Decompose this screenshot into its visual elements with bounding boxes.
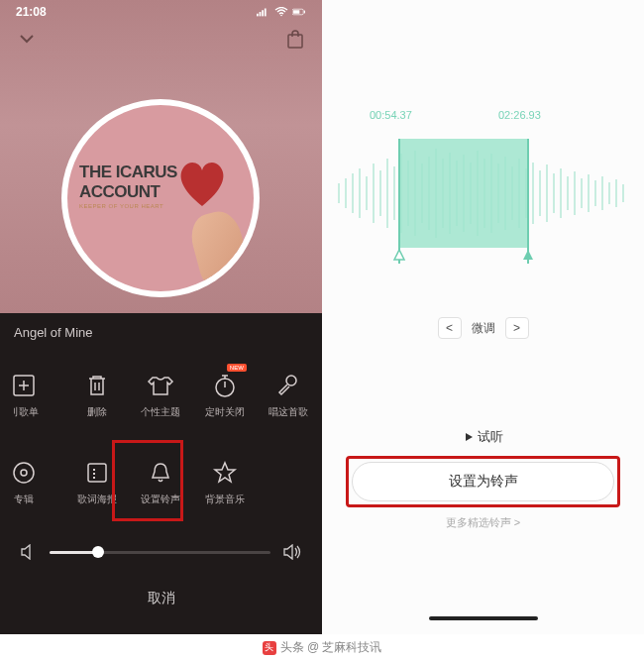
action-album[interactable]: 专辑 — [0, 445, 65, 520]
watermark-icon: 头 — [263, 641, 276, 655]
lyric-icon — [83, 459, 111, 487]
volume-high-icon — [282, 544, 302, 560]
svg-point-11 — [286, 376, 296, 385]
svg-rect-14 — [88, 464, 106, 482]
highlight-set-ringtone — [346, 456, 620, 507]
volume-slider[interactable] — [50, 551, 270, 554]
hand-graphic — [186, 207, 252, 287]
disc-icon — [10, 459, 38, 487]
bell-icon — [147, 459, 174, 487]
action-theme[interactable]: 个性主题 — [129, 358, 192, 433]
preview-button[interactable]: 试听 — [322, 428, 644, 446]
svg-rect-2 — [262, 10, 264, 16]
trim-end-time: 02:26.93 — [498, 109, 541, 121]
song-title: Angel of Mine — [0, 313, 322, 352]
ringtone-trim-screen: 00:54.37 02:26.93 < 微调 > 试听 设置为铃声 — [322, 0, 644, 634]
trim-handle-start-line — [398, 139, 400, 264]
new-badge: NEW — [227, 364, 247, 372]
svg-rect-7 — [304, 11, 305, 14]
svg-point-13 — [21, 470, 27, 476]
svg-point-12 — [14, 463, 34, 483]
playlist-add-icon — [10, 372, 38, 399]
album-art: THE ICARUS ACCOUNT KEEPER OF YOUR HEART — [61, 99, 260, 297]
svg-point-4 — [280, 15, 282, 17]
trim-handle-end[interactable] — [521, 248, 535, 262]
star-icon — [211, 459, 239, 487]
action-bgm[interactable]: 背景音乐 — [193, 445, 257, 520]
action-delete[interactable]: 删除 — [65, 358, 129, 433]
status-time: 21:08 — [16, 5, 47, 19]
cancel-button[interactable]: 取消 — [0, 568, 322, 617]
action-playlist[interactable]: 刂歌单 — [0, 358, 65, 433]
fine-tune-next[interactable]: > — [505, 317, 529, 339]
battery-icon — [292, 7, 306, 17]
fine-tune-prev[interactable]: < — [438, 317, 462, 339]
bag-icon[interactable] — [286, 30, 304, 50]
svg-rect-1 — [260, 12, 262, 16]
trim-area: 00:54.37 02:26.93 — [322, 109, 644, 307]
fine-tune-label: 微调 — [468, 320, 499, 337]
svg-rect-3 — [265, 9, 267, 17]
trim-handle-start[interactable] — [392, 248, 406, 262]
fine-tune-row: < 微调 > — [322, 317, 644, 339]
chevron-down-icon[interactable] — [18, 30, 36, 48]
trim-start-time: 00:54.37 — [370, 109, 412, 121]
home-indicator[interactable] — [429, 616, 538, 620]
action-row-2: 专辑 歌词海报 设置铃声 背景音乐 — [0, 439, 322, 526]
wifi-icon — [274, 7, 288, 17]
play-icon — [464, 432, 474, 442]
trim-handle-end-line — [527, 139, 529, 264]
heart-icon — [172, 155, 232, 214]
svg-rect-8 — [288, 35, 302, 48]
trash-icon — [83, 372, 111, 399]
timer-icon — [211, 372, 239, 399]
volume-row — [0, 526, 322, 568]
volume-low-icon — [20, 544, 38, 560]
music-player-screen: 21:08 THE ICARUS ACCOUNT KEEPER OF YOUR … — [0, 0, 322, 634]
action-sing[interactable]: 唱这首歌 — [257, 358, 320, 433]
watermark: 头 头条 @ 芝麻科技讯 — [0, 639, 644, 656]
action-lyric-poster[interactable]: 歌词海报 — [65, 445, 129, 520]
signal-icon — [257, 7, 270, 17]
svg-rect-0 — [257, 14, 259, 17]
action-row-1: 刂歌单 删除 个性主题 NEW 定时关闭 唱这首歌 — [0, 352, 322, 439]
action-sheet: Angel of Mine 刂歌单 删除 个性主题 NEW 定时关闭 — [0, 313, 322, 634]
trim-selection[interactable] — [399, 139, 528, 248]
action-timer[interactable]: NEW 定时关闭 — [193, 358, 257, 433]
status-bar: 21:08 — [0, 0, 322, 24]
tshirt-icon — [147, 372, 174, 399]
svg-rect-6 — [293, 10, 299, 14]
more-ringtones-link[interactable]: 更多精选铃声 > — [322, 515, 644, 530]
action-set-ringtone[interactable]: 设置铃声 — [129, 445, 192, 520]
mic-icon — [274, 372, 302, 399]
album-area: 21:08 THE ICARUS ACCOUNT KEEPER OF YOUR … — [0, 0, 322, 313]
